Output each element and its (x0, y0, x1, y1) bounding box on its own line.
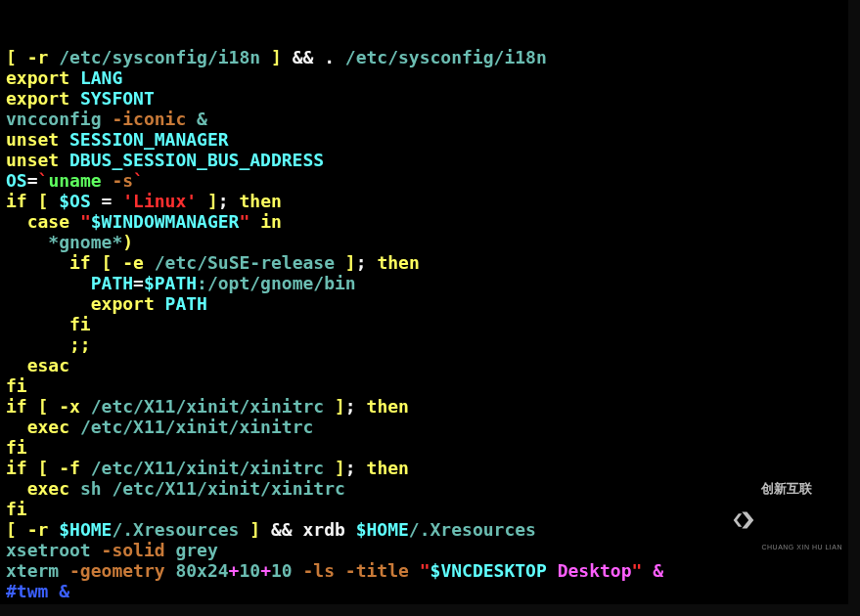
code-token: SESSION_MANAGER (69, 129, 229, 150)
code-token: then (367, 458, 409, 478)
code-token: = (133, 273, 144, 293)
code-token: if (6, 396, 27, 417)
code-token: then (367, 396, 409, 417)
code-line: if [ -x /etc/X11/xinit/xinitrc ]; then (6, 396, 842, 417)
code-token: /etc/X11/xinit/xinitrc (91, 458, 324, 478)
code-token: ;; (69, 334, 91, 355)
code-token (6, 252, 69, 273)
code-line: xterm -geometry 80x24+10+10 -ls -title "… (6, 560, 842, 581)
code-token: esac (27, 355, 69, 375)
code-token (642, 560, 653, 581)
code-token: /etc/sysconfig/i18n (345, 47, 547, 67)
code-token: 80x24 (165, 560, 229, 581)
code-token: ` (38, 170, 49, 191)
code-token (69, 67, 80, 88)
code-token (6, 478, 27, 499)
code-token: 10 (239, 560, 260, 581)
code-token (6, 314, 69, 334)
code-line: export LANG (6, 67, 842, 88)
code-token: + (229, 560, 240, 581)
code-token: = (91, 191, 123, 211)
code-token: LANG (80, 67, 122, 88)
code-token: && xrdb (260, 519, 356, 540)
code-token: $HOME (356, 519, 409, 540)
code-token: unset (6, 150, 59, 170)
code-token (112, 252, 122, 273)
code-line: gnome & (6, 601, 842, 604)
code-token: case (27, 211, 69, 232)
logo-text: 创新互联 CHUANG XIN HU LIAN (761, 441, 842, 598)
code-token: fi (6, 375, 27, 396)
code-token (69, 88, 80, 109)
code-token (59, 129, 69, 150)
code-token: = (27, 170, 38, 191)
code-token: fi (6, 499, 27, 519)
code-line: vncconfig -iconic & (6, 109, 842, 129)
code-line: exec sh /etc/X11/xinit/xinitrc (6, 478, 842, 499)
code-token: " (239, 211, 249, 232)
code-token: ) (122, 232, 133, 252)
code-token: ] (249, 519, 260, 540)
code-token: ] (345, 252, 356, 273)
code-line: fi (6, 437, 842, 458)
code-token: grey (165, 540, 218, 560)
code-token (324, 458, 335, 478)
code-area: [ -r /etc/sysconfig/i18n ] && . /etc/sys… (6, 47, 842, 604)
code-line: PATH=$PATH:/opt/gnome/bin (6, 273, 842, 293)
code-token (6, 211, 27, 232)
code-token: /etc/X11/xinit/xinitrc (80, 417, 313, 437)
code-token: [ -r (6, 519, 48, 540)
code-line: #twm & (6, 581, 842, 601)
code-token: exec (27, 417, 69, 437)
code-token (48, 47, 59, 67)
code-token: ; (218, 191, 240, 211)
code-token (335, 252, 345, 273)
code-line: [ -r $HOME/.Xresources ] && xrdb $HOME/.… (6, 519, 842, 540)
code-token: if (69, 252, 91, 273)
code-token: ] (207, 191, 218, 211)
code-token: /.Xresources (409, 519, 536, 540)
code-token: -iconic (112, 109, 186, 129)
code-token (27, 396, 38, 417)
code-line: case "$WINDOWMANAGER" in (6, 211, 842, 232)
code-token (324, 396, 335, 417)
code-token: 10 (271, 560, 303, 581)
code-token: + (260, 560, 271, 581)
code-token (59, 150, 69, 170)
code-token: " (80, 211, 91, 232)
code-token: SYSFONT (80, 88, 155, 109)
code-token: if (6, 191, 27, 211)
code-token: -ls (303, 560, 336, 581)
code-token (409, 560, 420, 581)
code-token (69, 478, 80, 499)
code-token: -geometry (69, 560, 165, 581)
code-token (6, 232, 48, 252)
code-line: unset DBUS_SESSION_BUS_ADDRESS (6, 150, 842, 170)
code-token (144, 252, 155, 273)
code-token (48, 458, 59, 478)
code-line: xsetroot -solid grey (6, 540, 842, 560)
code-token (48, 191, 59, 211)
code-token: [ (102, 252, 113, 273)
code-token (80, 458, 91, 478)
code-token: $VNCDESKTOP (430, 560, 547, 581)
code-token (6, 417, 27, 437)
code-line: OS=`uname -s` (6, 170, 842, 191)
logo-icon (730, 508, 757, 532)
code-token: && . (282, 47, 345, 67)
terminal-editor-window: [ -r /etc/sysconfig/i18n ] && . /etc/sys… (0, 0, 848, 604)
code-token: $OS (59, 191, 91, 211)
code-token: -s (112, 170, 133, 191)
code-token: [ (38, 396, 49, 417)
code-token: fi (69, 314, 91, 334)
code-token (6, 355, 27, 375)
code-token: /etc/sysconfig/i18n (59, 47, 260, 67)
code-token: ] (335, 458, 345, 478)
code-token (48, 519, 59, 540)
logo-text-cn: 创新互联 (761, 482, 842, 496)
code-token (197, 191, 207, 211)
code-token: ] (271, 47, 282, 67)
code-token: DBUS_SESSION_BUS_ADDRESS (69, 150, 324, 170)
code-token: OS (6, 170, 27, 191)
code-line: if [ $OS = 'Linux' ]; then (6, 191, 842, 211)
